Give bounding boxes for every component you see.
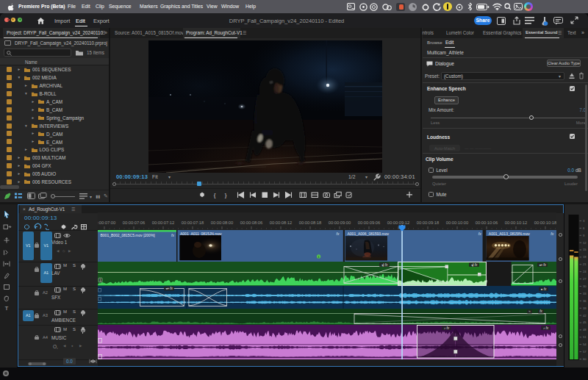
svg-text:fx: fx <box>551 232 553 236</box>
svg-text:00:00:07:12: 00:00:07:12 <box>152 221 175 225</box>
svg-text:27: 27 <box>583 277 587 281</box>
svg-text:00:00:09:00: 00:00:09:00 <box>329 221 351 225</box>
svg-text:42: 42 <box>583 314 587 318</box>
svg-text:30: 30 <box>583 284 587 288</box>
svg-text:{: { <box>214 192 216 198</box>
svg-text:00:00:07:18: 00:00:07:18 <box>182 221 204 225</box>
svg-text:00:00:09:12: 00:00:09:12 <box>387 221 410 225</box>
svg-text:33: 33 <box>583 292 587 295</box>
svg-text:54: 54 <box>583 343 587 346</box>
svg-text:00:00:10:06: 00:00:10:06 <box>476 221 498 225</box>
svg-text:00:00:10:12: 00:00:10:12 <box>505 221 528 225</box>
svg-text:fx: fx <box>337 232 340 236</box>
svg-text:A001_A006_081593.mov: A001_A006_081593.mov <box>348 232 390 236</box>
svg-text:fx: fx <box>478 232 481 236</box>
svg-text:39: 39 <box>583 306 587 310</box>
svg-text:B001_B002_0815C5.mov [200%]: B001_B002_0815C5.mov [200%] <box>101 233 156 237</box>
svg-text:00:00:08:00: 00:00:08:00 <box>211 221 234 225</box>
svg-text:15: 15 <box>583 248 587 251</box>
svg-text:48: 48 <box>583 328 587 331</box>
svg-text:00:00:09:06: 00:00:09:06 <box>358 221 381 225</box>
svg-text:12: 12 <box>583 241 587 245</box>
svg-text:60: 60 <box>583 357 587 361</box>
svg-text:24: 24 <box>583 270 587 273</box>
svg-text:00:00:08:06: 00:00:08:06 <box>240 221 263 225</box>
svg-text:00:00:07:06: 00:00:07:06 <box>123 221 146 225</box>
svg-text:◂+ fx: ◂+ fx <box>165 287 173 290</box>
svg-text:00:00:10:00: 00:00:10:00 <box>446 221 469 225</box>
svg-text:fx: fx <box>171 233 174 237</box>
svg-text:♪ fx: ♪ fx <box>543 326 549 330</box>
svg-text:T: T <box>5 305 9 312</box>
svg-text:6: 6 <box>583 226 585 230</box>
svg-text:◂+ fx: ◂+ fx <box>539 263 547 267</box>
svg-text:45: 45 <box>583 320 587 324</box>
svg-text:A001_A013_0815fN.mov: A001_A013_0815fN.mov <box>489 232 530 236</box>
svg-text:9: 9 <box>583 234 585 237</box>
svg-text:51: 51 <box>583 335 587 339</box>
svg-text:00:00:09:18: 00:00:09:18 <box>417 221 440 225</box>
svg-text:◂) fx: ◂) fx <box>381 263 388 267</box>
svg-text:♪ fx: ♪ fx <box>444 326 450 330</box>
svg-text:57: 57 <box>583 350 587 354</box>
svg-text:00:00:08:18: 00:00:08:18 <box>299 221 322 225</box>
svg-text:00:00:10:18: 00:00:10:18 <box>534 221 556 225</box>
svg-text:}: } <box>225 192 227 198</box>
svg-text:36: 36 <box>583 299 587 303</box>
svg-text:18: 18 <box>583 255 587 259</box>
svg-text:● fx: ● fx <box>541 287 547 291</box>
svg-text:00:00:07:00: 00:00:07:00 <box>98 221 115 225</box>
svg-text:00:00:08:12: 00:00:08:12 <box>270 221 293 225</box>
svg-text:3: 3 <box>583 219 585 223</box>
svg-text:◂) fx: ◂) fx <box>471 263 478 267</box>
svg-text:21: 21 <box>583 262 587 266</box>
svg-text:A001_A011_0815JN.mov: A001_A011_0815JN.mov <box>180 232 222 236</box>
